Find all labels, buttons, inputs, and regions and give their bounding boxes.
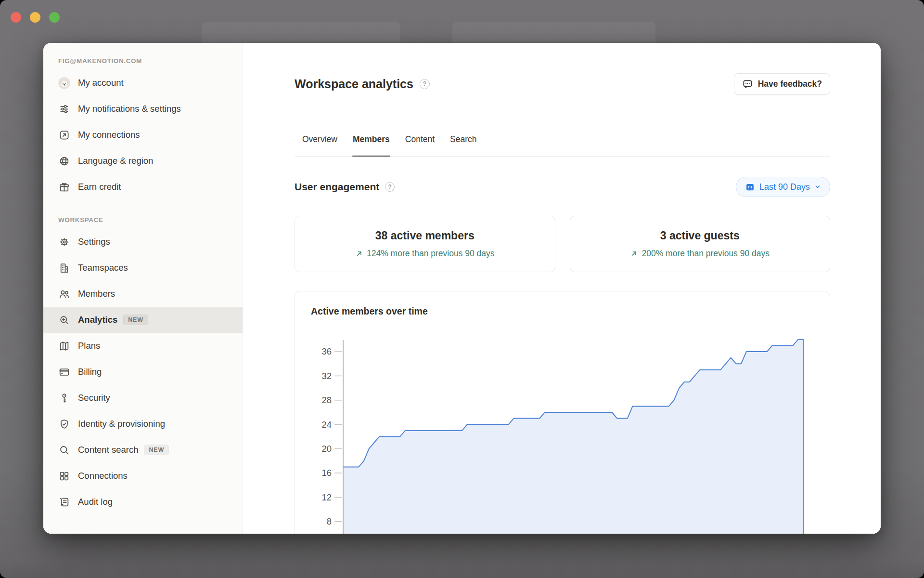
- background-window-edge: [452, 22, 655, 44]
- scroll-icon: [58, 496, 71, 509]
- have-feedback-label: Have feedback?: [758, 79, 822, 89]
- sidebar-item-my-account[interactable]: My account: [43, 70, 243, 96]
- globe-icon: [58, 155, 71, 168]
- window-close-button[interactable]: [11, 12, 21, 23]
- active-members-card: 38 active members 124% more than previou…: [295, 216, 555, 272]
- active-members-value: 38 active members: [375, 229, 475, 242]
- new-badge: NEW: [123, 315, 148, 325]
- help-icon[interactable]: ?: [420, 79, 430, 89]
- sidebar-item-label: My notifications & settings: [78, 103, 181, 114]
- calendar-icon: [745, 182, 755, 192]
- sidebar-item-label: Identity & provisioning: [78, 418, 165, 429]
- sliders-icon: [58, 103, 71, 116]
- page-header: Workspace analytics ? Have feedback?: [295, 72, 830, 96]
- window-controls: [11, 12, 60, 23]
- y-axis-ticks: 363228242016128: [321, 346, 342, 526]
- sidebar-item-plans[interactable]: Plans: [43, 333, 243, 359]
- key-icon: [58, 392, 71, 405]
- active-members-delta-text: 124% more than previous 90 days: [367, 249, 495, 259]
- tick-label: 20: [321, 444, 332, 454]
- sidebar-item-label: Settings: [78, 236, 110, 247]
- search-icon: [58, 444, 71, 457]
- sidebar-item-label: Connections: [78, 470, 128, 481]
- tick-label: 32: [321, 371, 332, 381]
- tab-search[interactable]: Search: [449, 123, 477, 156]
- tab-overview[interactable]: Overview: [302, 123, 338, 156]
- sidebar-item-my-connections[interactable]: My connections: [43, 122, 243, 148]
- have-feedback-button[interactable]: Have feedback?: [734, 73, 830, 95]
- trend-up-icon: [630, 250, 638, 258]
- gift-icon: [58, 181, 71, 194]
- active-guests-value: 3 active guests: [660, 229, 740, 242]
- page-title: Workspace analytics: [295, 77, 413, 91]
- tab-label: Search: [450, 134, 476, 144]
- tick-label: 12: [321, 492, 332, 502]
- sidebar-item-security[interactable]: Security: [43, 385, 243, 411]
- tick-label: 36: [321, 346, 332, 356]
- sidebar-item-content-search[interactable]: Content searchNEW: [43, 437, 243, 463]
- date-range-button[interactable]: Last 90 Days: [736, 177, 830, 197]
- arrow-up-right-square-icon: [58, 129, 71, 142]
- shield-check-icon: [58, 418, 71, 431]
- sidebar-item-audit-log[interactable]: Audit log: [43, 489, 243, 515]
- tab-members[interactable]: Members: [352, 123, 390, 156]
- header-divider: [295, 110, 830, 110]
- tab-content[interactable]: Content: [405, 123, 435, 156]
- credit-card-icon: [58, 366, 71, 379]
- chart-area-fill: [343, 340, 803, 534]
- chevron-down-icon: [814, 184, 821, 190]
- trend-up-icon: [355, 250, 363, 258]
- workspace-section-label: WORKSPACE: [43, 214, 243, 226]
- date-range-label: Last 90 Days: [759, 182, 810, 192]
- engagement-stat-cards: 38 active members 124% more than previou…: [295, 216, 830, 272]
- active-guests-card: 3 active guests 200% more than previous …: [570, 216, 831, 272]
- account-email-label: FIG@MAKENOTION.COM: [43, 55, 243, 67]
- sidebar-item-label: Security: [78, 392, 110, 403]
- engagement-header: User engagement ? Last 90 Days: [295, 176, 830, 198]
- sidebar-item-analytics[interactable]: AnalyticsNEW: [43, 307, 243, 333]
- engagement-title: User engagement: [295, 181, 379, 193]
- settings-sidebar: FIG@MAKENOTION.COM My accountMy notifica…: [43, 43, 243, 534]
- tick-label: 24: [321, 420, 332, 430]
- sidebar-item-label: Plans: [78, 340, 100, 351]
- sidebar-item-my-notifications-settings[interactable]: My notifications & settings: [43, 96, 243, 122]
- window-zoom-button[interactable]: [49, 12, 60, 23]
- analytics-main: Workspace analytics ? Have feedback?: [243, 43, 881, 534]
- sidebar-item-label: Analytics: [78, 314, 117, 325]
- sidebar-item-label: My connections: [78, 129, 140, 140]
- building-icon: [58, 262, 71, 275]
- sidebar-item-billing[interactable]: Billing: [43, 359, 243, 385]
- people-icon: [58, 288, 71, 301]
- sidebar-item-label: Audit log: [78, 496, 113, 507]
- gear-icon: [58, 236, 71, 249]
- background-window-edge: [202, 22, 400, 44]
- sidebar-item-label: My account: [78, 77, 124, 88]
- settings-dialog: FIG@MAKENOTION.COM My accountMy notifica…: [43, 43, 881, 534]
- active-members-chart-card: Active members over time 363228242016128: [295, 291, 830, 534]
- macos-window: FIG@MAKENOTION.COM My accountMy notifica…: [0, 0, 924, 578]
- sidebar-item-label: Billing: [78, 366, 102, 377]
- sidebar-item-connections[interactable]: Connections: [43, 463, 243, 489]
- map-icon: [58, 340, 71, 353]
- sidebar-item-label: Teamspaces: [78, 262, 128, 273]
- sidebar-item-members[interactable]: Members: [43, 281, 243, 307]
- active-members-area-chart: 363228242016128: [295, 291, 830, 534]
- help-icon[interactable]: ?: [385, 182, 395, 192]
- sidebar-item-identity-provisioning[interactable]: Identity & provisioning: [43, 411, 243, 437]
- tick-label: 16: [321, 468, 332, 478]
- account-nav: My accountMy notifications & settingsMy …: [43, 70, 243, 200]
- sidebar-item-language-region[interactable]: Language & region: [43, 148, 243, 174]
- sidebar-item-settings[interactable]: Settings: [43, 229, 243, 255]
- tick-label: 8: [327, 516, 332, 526]
- window-minimize-button[interactable]: [30, 12, 40, 23]
- active-guests-delta: 200% more than previous 90 days: [630, 249, 770, 259]
- sidebar-item-label: Language & region: [78, 155, 153, 166]
- sidebar-item-label: Content search: [78, 444, 138, 455]
- sidebar-item-teamspaces[interactable]: Teamspaces: [43, 255, 243, 281]
- tick-label: 28: [321, 395, 332, 405]
- active-members-delta: 124% more than previous 90 days: [355, 249, 495, 259]
- tab-label: Overview: [302, 134, 337, 144]
- sidebar-item-earn-credit[interactable]: Earn credit: [43, 174, 243, 200]
- sidebar-item-label: Earn credit: [78, 181, 121, 192]
- speech-bubble-icon: [742, 79, 753, 90]
